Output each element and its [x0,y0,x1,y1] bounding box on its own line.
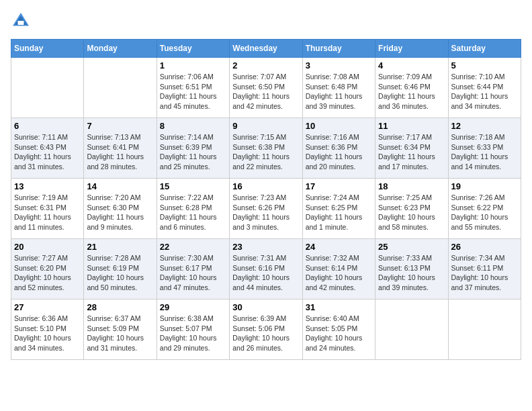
calendar-day-cell: 23Sunrise: 7:31 AMSunset: 6:16 PMDayligh… [230,239,302,300]
day-info: Sunrise: 7:25 AMSunset: 6:23 PMDaylight:… [378,193,445,232]
calendar-day-cell: 27Sunrise: 6:36 AMSunset: 5:10 PMDayligh… [11,300,84,360]
day-info: Sunrise: 6:37 AMSunset: 5:09 PMDaylight:… [87,314,153,353]
day-number: 14 [87,181,153,191]
day-info: Sunrise: 7:19 AMSunset: 6:31 PMDaylight:… [14,193,81,232]
day-number: 8 [160,121,226,131]
day-info: Sunrise: 7:08 AMSunset: 6:48 PMDaylight:… [306,72,372,111]
day-number: 18 [378,181,445,191]
day-info: Sunrise: 7:18 AMSunset: 6:33 PMDaylight:… [451,132,518,172]
day-info: Sunrise: 7:10 AMSunset: 6:44 PMDaylight:… [451,72,518,111]
day-number: 9 [232,121,299,131]
calendar-day-cell: 12Sunrise: 7:18 AMSunset: 6:33 PMDayligh… [448,118,521,179]
calendar-week-row: 27Sunrise: 6:36 AMSunset: 5:10 PMDayligh… [11,300,521,360]
day-info: Sunrise: 7:32 AMSunset: 6:14 PMDaylight:… [306,253,372,293]
day-number: 3 [306,60,372,71]
calendar-day-cell [11,58,84,118]
day-number: 21 [87,242,153,252]
day-info: Sunrise: 7:34 AMSunset: 6:11 PMDaylight:… [451,253,518,293]
calendar-day-cell: 2Sunrise: 7:07 AMSunset: 6:50 PMDaylight… [230,58,302,118]
day-of-week-header: Wednesday [230,40,302,58]
day-number: 20 [14,242,81,252]
calendar-day-cell: 15Sunrise: 7:22 AMSunset: 6:28 PMDayligh… [157,179,229,239]
calendar-week-row: 1Sunrise: 7:06 AMSunset: 6:51 PMDaylight… [11,58,521,118]
day-info: Sunrise: 7:15 AMSunset: 6:38 PMDaylight:… [232,132,299,172]
day-info: Sunrise: 7:16 AMSunset: 6:36 PMDaylight:… [306,132,372,172]
day-number: 26 [451,242,518,252]
day-info: Sunrise: 7:20 AMSunset: 6:30 PMDaylight:… [87,193,153,232]
calendar-day-cell [375,300,448,360]
day-number: 10 [306,121,372,131]
day-info: Sunrise: 7:14 AMSunset: 6:39 PMDaylight:… [160,132,226,172]
calendar-day-cell: 17Sunrise: 7:24 AMSunset: 6:25 PMDayligh… [302,179,375,239]
day-info: Sunrise: 6:40 AMSunset: 5:05 PMDaylight:… [306,314,372,353]
day-info: Sunrise: 7:24 AMSunset: 6:25 PMDaylight:… [306,193,372,232]
day-info: Sunrise: 7:06 AMSunset: 6:51 PMDaylight:… [160,72,226,111]
calendar-day-cell: 30Sunrise: 6:39 AMSunset: 5:06 PMDayligh… [230,300,302,360]
page-header [11,11,521,31]
calendar-day-cell [448,300,521,360]
day-info: Sunrise: 7:31 AMSunset: 6:16 PMDaylight:… [232,253,299,293]
day-of-week-header: Monday [84,40,157,58]
calendar-day-cell: 19Sunrise: 7:26 AMSunset: 6:22 PMDayligh… [448,179,521,239]
day-info: Sunrise: 7:13 AMSunset: 6:41 PMDaylight:… [87,132,153,172]
day-number: 24 [306,242,372,252]
calendar-day-cell: 26Sunrise: 7:34 AMSunset: 6:11 PMDayligh… [448,239,521,300]
day-info: Sunrise: 6:39 AMSunset: 5:06 PMDaylight:… [232,314,299,353]
day-of-week-header: Friday [375,40,448,58]
day-number: 7 [87,121,153,131]
day-of-week-header: Saturday [448,40,521,58]
calendar-day-cell: 10Sunrise: 7:16 AMSunset: 6:36 PMDayligh… [302,118,375,179]
calendar-header-row: SundayMondayTuesdayWednesdayThursdayFrid… [11,40,521,58]
day-number: 19 [451,181,518,191]
day-number: 15 [160,181,226,191]
calendar-day-cell: 22Sunrise: 7:30 AMSunset: 6:17 PMDayligh… [157,239,229,300]
day-number: 29 [160,302,226,312]
day-number: 6 [14,121,81,131]
day-number: 2 [232,60,299,71]
day-number: 4 [378,60,445,71]
calendar-day-cell: 5Sunrise: 7:10 AMSunset: 6:44 PMDaylight… [448,58,521,118]
calendar-day-cell: 28Sunrise: 6:37 AMSunset: 5:09 PMDayligh… [84,300,157,360]
calendar-week-row: 13Sunrise: 7:19 AMSunset: 6:31 PMDayligh… [11,179,521,239]
calendar-day-cell: 21Sunrise: 7:28 AMSunset: 6:19 PMDayligh… [84,239,157,300]
calendar-day-cell: 14Sunrise: 7:20 AMSunset: 6:30 PMDayligh… [84,179,157,239]
day-number: 16 [232,181,299,191]
calendar-week-row: 20Sunrise: 7:27 AMSunset: 6:20 PMDayligh… [11,239,521,300]
day-of-week-header: Sunday [11,40,84,58]
calendar-day-cell: 9Sunrise: 7:15 AMSunset: 6:38 PMDaylight… [230,118,302,179]
logo-icon [11,11,31,31]
day-info: Sunrise: 7:26 AMSunset: 6:22 PMDaylight:… [451,193,518,232]
day-info: Sunrise: 7:30 AMSunset: 6:17 PMDaylight:… [160,253,226,293]
day-number: 31 [306,302,372,312]
day-info: Sunrise: 7:28 AMSunset: 6:19 PMDaylight:… [87,253,153,293]
day-number: 28 [87,302,153,312]
day-info: Sunrise: 6:38 AMSunset: 5:07 PMDaylight:… [160,314,226,353]
day-info: Sunrise: 7:33 AMSunset: 6:13 PMDaylight:… [378,253,445,293]
calendar-day-cell: 13Sunrise: 7:19 AMSunset: 6:31 PMDayligh… [11,179,84,239]
calendar-day-cell [84,58,157,118]
calendar-day-cell: 18Sunrise: 7:25 AMSunset: 6:23 PMDayligh… [375,179,448,239]
day-info: Sunrise: 7:07 AMSunset: 6:50 PMDaylight:… [232,72,299,111]
calendar-day-cell: 11Sunrise: 7:17 AMSunset: 6:34 PMDayligh… [375,118,448,179]
logo [11,11,32,31]
calendar-day-cell: 24Sunrise: 7:32 AMSunset: 6:14 PMDayligh… [302,239,375,300]
calendar-day-cell: 7Sunrise: 7:13 AMSunset: 6:41 PMDaylight… [84,118,157,179]
day-number: 1 [160,60,226,71]
day-info: Sunrise: 7:22 AMSunset: 6:28 PMDaylight:… [160,193,226,232]
day-number: 5 [451,60,518,71]
day-info: Sunrise: 6:36 AMSunset: 5:10 PMDaylight:… [14,314,81,353]
calendar-day-cell: 4Sunrise: 7:09 AMSunset: 6:46 PMDaylight… [375,58,448,118]
day-number: 23 [232,242,299,252]
day-of-week-header: Thursday [302,40,375,58]
calendar-table: SundayMondayTuesdayWednesdayThursdayFrid… [11,39,521,360]
calendar-day-cell: 6Sunrise: 7:11 AMSunset: 6:43 PMDaylight… [11,118,84,179]
calendar-day-cell: 8Sunrise: 7:14 AMSunset: 6:39 PMDaylight… [157,118,229,179]
svg-rect-2 [18,21,24,25]
day-info: Sunrise: 7:27 AMSunset: 6:20 PMDaylight:… [14,253,81,293]
day-info: Sunrise: 7:11 AMSunset: 6:43 PMDaylight:… [14,132,81,172]
day-number: 30 [232,302,299,312]
calendar-day-cell: 20Sunrise: 7:27 AMSunset: 6:20 PMDayligh… [11,239,84,300]
day-number: 11 [378,121,445,131]
day-number: 22 [160,242,226,252]
day-info: Sunrise: 7:09 AMSunset: 6:46 PMDaylight:… [378,72,445,111]
